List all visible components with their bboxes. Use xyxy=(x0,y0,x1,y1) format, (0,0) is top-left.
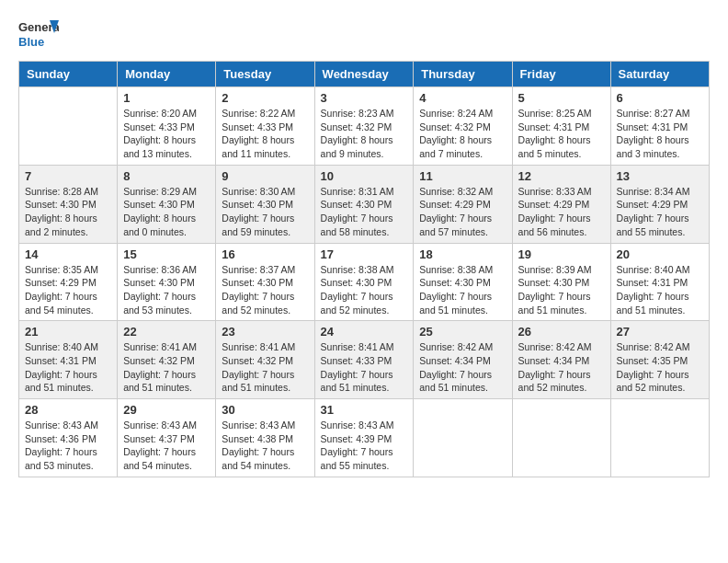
calendar-cell: 22Sunrise: 8:41 AMSunset: 4:32 PMDayligh… xyxy=(118,321,216,399)
calendar-cell: 27Sunrise: 8:42 AMSunset: 4:35 PMDayligh… xyxy=(610,321,709,399)
day-number: 13 xyxy=(617,169,703,183)
day-info: Sunrise: 8:42 AMSunset: 4:34 PMDaylight:… xyxy=(518,340,605,395)
col-header-tuesday: Tuesday xyxy=(216,62,314,87)
col-header-thursday: Thursday xyxy=(414,62,512,87)
col-header-friday: Friday xyxy=(512,62,610,87)
day-info: Sunrise: 8:43 AMSunset: 4:36 PMDaylight:… xyxy=(25,419,111,473)
calendar-cell: 12Sunrise: 8:33 AMSunset: 4:29 PMDayligh… xyxy=(512,165,610,243)
day-number: 12 xyxy=(518,169,605,183)
day-info: Sunrise: 8:32 AMSunset: 4:29 PMDaylight:… xyxy=(419,185,506,239)
calendar-cell: 2Sunrise: 8:22 AMSunset: 4:33 PMDaylight… xyxy=(216,87,314,166)
calendar-cell: 21Sunrise: 8:40 AMSunset: 4:31 PMDayligh… xyxy=(19,321,118,399)
calendar-cell: 15Sunrise: 8:36 AMSunset: 4:30 PMDayligh… xyxy=(118,243,216,321)
calendar-cell: 31Sunrise: 8:43 AMSunset: 4:39 PMDayligh… xyxy=(314,399,414,477)
calendar-week-5: 28Sunrise: 8:43 AMSunset: 4:36 PMDayligh… xyxy=(19,399,710,477)
calendar-cell: 25Sunrise: 8:42 AMSunset: 4:34 PMDayligh… xyxy=(414,321,512,399)
day-info: Sunrise: 8:35 AMSunset: 4:29 PMDaylight:… xyxy=(25,263,111,317)
day-info: Sunrise: 8:41 AMSunset: 4:32 PMDaylight:… xyxy=(123,340,210,395)
day-number: 11 xyxy=(419,169,506,183)
calendar-week-2: 7Sunrise: 8:28 AMSunset: 4:30 PMDaylight… xyxy=(19,165,710,243)
calendar-cell: 10Sunrise: 8:31 AMSunset: 4:30 PMDayligh… xyxy=(314,165,414,243)
calendar-cell xyxy=(19,87,118,166)
day-number: 24 xyxy=(321,325,408,339)
calendar-cell: 6Sunrise: 8:27 AMSunset: 4:31 PMDaylight… xyxy=(610,87,709,166)
day-info: Sunrise: 8:37 AMSunset: 4:30 PMDaylight:… xyxy=(222,263,308,317)
day-number: 23 xyxy=(222,325,308,339)
calendar-cell: 19Sunrise: 8:39 AMSunset: 4:30 PMDayligh… xyxy=(512,243,610,321)
day-number: 29 xyxy=(123,403,210,417)
day-info: Sunrise: 8:39 AMSunset: 4:30 PMDaylight:… xyxy=(518,263,605,317)
day-number: 26 xyxy=(518,325,605,339)
day-number: 2 xyxy=(222,91,308,105)
day-info: Sunrise: 8:22 AMSunset: 4:33 PMDaylight:… xyxy=(222,107,308,161)
calendar-week-4: 21Sunrise: 8:40 AMSunset: 4:31 PMDayligh… xyxy=(19,321,710,399)
logo: General Blue xyxy=(18,18,59,52)
day-info: Sunrise: 8:43 AMSunset: 4:39 PMDaylight:… xyxy=(321,419,408,473)
day-info: Sunrise: 8:28 AMSunset: 4:30 PMDaylight:… xyxy=(25,185,111,239)
day-info: Sunrise: 8:30 AMSunset: 4:30 PMDaylight:… xyxy=(222,185,308,239)
day-info: Sunrise: 8:42 AMSunset: 4:35 PMDaylight:… xyxy=(617,340,703,395)
day-number: 8 xyxy=(123,169,210,183)
day-number: 1 xyxy=(123,91,210,105)
day-number: 14 xyxy=(25,247,111,261)
calendar-cell: 13Sunrise: 8:34 AMSunset: 4:29 PMDayligh… xyxy=(610,165,709,243)
calendar-cell: 17Sunrise: 8:38 AMSunset: 4:30 PMDayligh… xyxy=(314,243,414,321)
day-number: 20 xyxy=(617,247,703,261)
day-info: Sunrise: 8:42 AMSunset: 4:34 PMDaylight:… xyxy=(419,340,506,395)
calendar-cell xyxy=(610,399,709,477)
day-number: 7 xyxy=(25,169,111,183)
page-header: General Blue xyxy=(18,18,710,52)
day-info: Sunrise: 8:31 AMSunset: 4:30 PMDaylight:… xyxy=(321,185,408,239)
calendar-cell: 28Sunrise: 8:43 AMSunset: 4:36 PMDayligh… xyxy=(19,399,118,477)
calendar-cell: 30Sunrise: 8:43 AMSunset: 4:38 PMDayligh… xyxy=(216,399,314,477)
calendar-cell xyxy=(414,399,512,477)
col-header-monday: Monday xyxy=(118,62,216,87)
calendar-week-1: 1Sunrise: 8:20 AMSunset: 4:33 PMDaylight… xyxy=(19,87,710,166)
calendar-cell: 8Sunrise: 8:29 AMSunset: 4:30 PMDaylight… xyxy=(118,165,216,243)
day-number: 18 xyxy=(419,247,506,261)
calendar-cell: 16Sunrise: 8:37 AMSunset: 4:30 PMDayligh… xyxy=(216,243,314,321)
calendar-cell: 9Sunrise: 8:30 AMSunset: 4:30 PMDaylight… xyxy=(216,165,314,243)
day-info: Sunrise: 8:40 AMSunset: 4:31 PMDaylight:… xyxy=(617,263,703,317)
calendar-cell: 3Sunrise: 8:23 AMSunset: 4:32 PMDaylight… xyxy=(314,87,414,166)
day-info: Sunrise: 8:29 AMSunset: 4:30 PMDaylight:… xyxy=(123,185,210,239)
col-header-saturday: Saturday xyxy=(610,62,709,87)
day-number: 6 xyxy=(617,91,703,105)
day-number: 5 xyxy=(518,91,605,105)
day-number: 31 xyxy=(321,403,408,417)
day-number: 28 xyxy=(25,403,111,417)
day-number: 4 xyxy=(419,91,506,105)
day-number: 22 xyxy=(123,325,210,339)
day-number: 25 xyxy=(419,325,506,339)
day-number: 10 xyxy=(321,169,408,183)
logo-svg: General Blue xyxy=(18,18,59,52)
calendar-cell: 14Sunrise: 8:35 AMSunset: 4:29 PMDayligh… xyxy=(19,243,118,321)
calendar-cell: 7Sunrise: 8:28 AMSunset: 4:30 PMDaylight… xyxy=(19,165,118,243)
day-info: Sunrise: 8:23 AMSunset: 4:32 PMDaylight:… xyxy=(321,107,408,161)
calendar-cell: 1Sunrise: 8:20 AMSunset: 4:33 PMDaylight… xyxy=(118,87,216,166)
day-number: 17 xyxy=(321,247,408,261)
day-info: Sunrise: 8:33 AMSunset: 4:29 PMDaylight:… xyxy=(518,185,605,239)
calendar-cell: 4Sunrise: 8:24 AMSunset: 4:32 PMDaylight… xyxy=(414,87,512,166)
col-header-wednesday: Wednesday xyxy=(314,62,414,87)
day-info: Sunrise: 8:41 AMSunset: 4:33 PMDaylight:… xyxy=(321,340,408,395)
calendar-cell: 20Sunrise: 8:40 AMSunset: 4:31 PMDayligh… xyxy=(610,243,709,321)
calendar-week-3: 14Sunrise: 8:35 AMSunset: 4:29 PMDayligh… xyxy=(19,243,710,321)
day-info: Sunrise: 8:25 AMSunset: 4:31 PMDaylight:… xyxy=(518,107,605,161)
day-info: Sunrise: 8:20 AMSunset: 4:33 PMDaylight:… xyxy=(123,107,210,161)
calendar-table: SundayMondayTuesdayWednesdayThursdayFrid… xyxy=(18,61,710,477)
day-info: Sunrise: 8:43 AMSunset: 4:38 PMDaylight:… xyxy=(222,419,308,473)
day-number: 9 xyxy=(222,169,308,183)
day-number: 30 xyxy=(222,403,308,417)
calendar-cell: 11Sunrise: 8:32 AMSunset: 4:29 PMDayligh… xyxy=(414,165,512,243)
calendar-cell: 23Sunrise: 8:41 AMSunset: 4:32 PMDayligh… xyxy=(216,321,314,399)
day-info: Sunrise: 8:27 AMSunset: 4:31 PMDaylight:… xyxy=(617,107,703,161)
day-info: Sunrise: 8:43 AMSunset: 4:37 PMDaylight:… xyxy=(123,419,210,473)
calendar-cell: 24Sunrise: 8:41 AMSunset: 4:33 PMDayligh… xyxy=(314,321,414,399)
day-number: 21 xyxy=(25,325,111,339)
calendar-cell: 5Sunrise: 8:25 AMSunset: 4:31 PMDaylight… xyxy=(512,87,610,166)
svg-text:Blue: Blue xyxy=(18,35,44,49)
day-info: Sunrise: 8:38 AMSunset: 4:30 PMDaylight:… xyxy=(321,263,408,317)
day-number: 19 xyxy=(518,247,605,261)
day-info: Sunrise: 8:36 AMSunset: 4:30 PMDaylight:… xyxy=(123,263,210,317)
